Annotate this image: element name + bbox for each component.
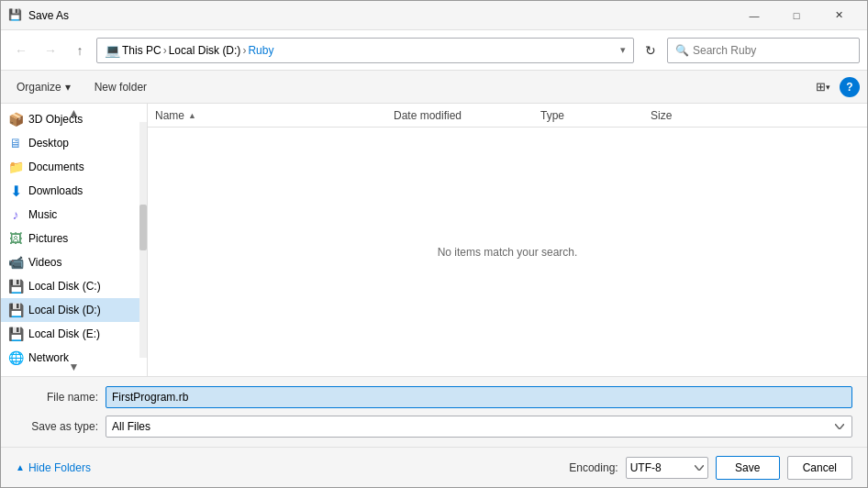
crumb-this-pc: 💻 This PC	[105, 43, 161, 58]
empty-message: No items match your search.	[438, 246, 578, 259]
file-name-row: File name:	[16, 386, 852, 408]
videos-icon: 📹	[8, 255, 23, 270]
minimize-button[interactable]: —	[733, 1, 775, 30]
file-list-body: No items match your search.	[148, 128, 867, 376]
search-icon: 🔍	[675, 44, 689, 57]
sidebar-item-local-disk-d[interactable]: 💾 Local Disk (D:)	[1, 298, 147, 322]
sort-arrow-icon: ▲	[188, 111, 196, 120]
search-box: 🔍	[667, 38, 860, 63]
new-folder-button[interactable]: New folder	[86, 76, 155, 98]
sidebar-scrollbar-track	[139, 122, 147, 358]
sidebar-item-downloads[interactable]: ⬇ Downloads	[1, 179, 147, 203]
view-icon: ⊞	[816, 80, 826, 94]
back-button[interactable]: ←	[8, 38, 34, 63]
action-right: Encoding: UTF-8 Save Cancel	[569, 456, 852, 480]
save-as-type-row: Save as type: All Files	[16, 416, 852, 438]
hide-folders-button[interactable]: ▲ Hide Folders	[16, 461, 91, 474]
local-disk-d-icon: 💾	[8, 303, 23, 317]
toolbar-right: ⊞ ▾ ?	[810, 76, 860, 98]
bottom-area: File name: Save as type: All Files	[1, 376, 867, 447]
chevron-down-icon: ▲	[16, 462, 25, 472]
save-button[interactable]: Save	[716, 456, 780, 480]
action-bar: ▲ Hide Folders Encoding: UTF-8 Save Canc…	[1, 447, 867, 487]
breadcrumb: 💻 This PC › Local Disk (D:) › Ruby	[105, 43, 273, 58]
file-name-input[interactable]	[106, 386, 852, 408]
column-header-name[interactable]: Name ▲	[155, 109, 394, 122]
search-input[interactable]	[693, 44, 851, 57]
title-bar-controls: — □ ✕	[733, 1, 860, 30]
close-button[interactable]: ✕	[818, 1, 860, 30]
sidebar-item-documents[interactable]: 📁 Documents	[1, 155, 147, 179]
sidebar-scroll-up[interactable]: ▲	[1, 104, 147, 122]
help-button[interactable]: ?	[840, 77, 860, 97]
desktop-icon: 🖥	[8, 136, 23, 150]
save-as-dialog: 💾 Save As — □ ✕ ← → ↑ 💻 This PC › Local …	[0, 0, 868, 488]
forward-button[interactable]: →	[38, 38, 63, 63]
organize-button[interactable]: Organize ▾	[8, 76, 79, 98]
save-as-type-select[interactable]: All Files	[106, 416, 852, 438]
local-disk-c-icon: 💾	[8, 279, 23, 294]
view-button[interactable]: ⊞ ▾	[810, 76, 836, 98]
save-as-type-label: Save as type:	[16, 420, 98, 433]
sidebar-item-local-disk-e[interactable]: 💾 Local Disk (E:)	[1, 322, 147, 346]
cancel-button[interactable]: Cancel	[787, 456, 852, 480]
view-chevron-icon: ▾	[826, 83, 830, 92]
up-button[interactable]: ↑	[67, 38, 93, 63]
crumb-local-disk-d: Local Disk (D:)	[169, 44, 241, 57]
toolbar-row: Organize ▾ New folder ⊞ ▾ ?	[1, 71, 867, 104]
sidebar-item-desktop[interactable]: 🖥 Desktop	[1, 131, 147, 155]
file-list-area: Name ▲ Date modified Type Size No items …	[148, 104, 867, 376]
main-content: ▲ 📦 3D Objects 🖥 Desktop 📁 Documents ⬇ D…	[1, 104, 867, 376]
sidebar-scrollbar-thumb	[139, 205, 147, 250]
sidebar-item-local-disk-c[interactable]: 💾 Local Disk (C:)	[1, 274, 147, 298]
address-bar-row: ← → ↑ 💻 This PC › Local Disk (D:) › Ruby…	[1, 30, 867, 71]
column-header-date[interactable]: Date modified	[394, 109, 540, 122]
sidebar: ▲ 📦 3D Objects 🖥 Desktop 📁 Documents ⬇ D…	[1, 104, 148, 376]
sidebar-item-pictures[interactable]: 🖼 Pictures	[1, 227, 147, 250]
crumb-ruby: Ruby	[248, 44, 273, 57]
sidebar-item-videos[interactable]: 📹 Videos	[1, 250, 147, 274]
column-header-type[interactable]: Type	[540, 109, 651, 122]
address-box[interactable]: 💻 This PC › Local Disk (D:) › Ruby ▾	[96, 38, 634, 63]
pictures-icon: 🖼	[8, 231, 23, 246]
window-icon: 💾	[8, 8, 23, 23]
encoding-label: Encoding:	[569, 461, 618, 474]
sidebar-scroll-down[interactable]: ▼	[1, 358, 147, 376]
title-bar: 💾 Save As — □ ✕	[1, 1, 867, 30]
column-header-size[interactable]: Size	[651, 109, 724, 122]
organize-chevron-icon: ▾	[65, 81, 71, 94]
local-disk-e-icon: 💾	[8, 327, 23, 341]
music-icon: ♪	[8, 207, 23, 222]
file-list-header: Name ▲ Date modified Type Size	[148, 104, 867, 128]
sidebar-item-music[interactable]: ♪ Music	[1, 203, 147, 227]
refresh-button[interactable]: ↻	[638, 38, 663, 63]
encoding-select[interactable]: UTF-8	[626, 457, 708, 479]
documents-icon: 📁	[8, 160, 23, 174]
window-title: Save As	[28, 9, 733, 22]
this-pc-icon: 💻	[105, 43, 120, 58]
downloads-icon: ⬇	[8, 183, 23, 198]
address-chevron-icon: ▾	[620, 44, 626, 56]
sidebar-list: 📦 3D Objects 🖥 Desktop 📁 Documents ⬇ Dow…	[1, 104, 147, 373]
file-name-label: File name:	[16, 391, 98, 404]
maximize-button[interactable]: □	[775, 1, 818, 30]
